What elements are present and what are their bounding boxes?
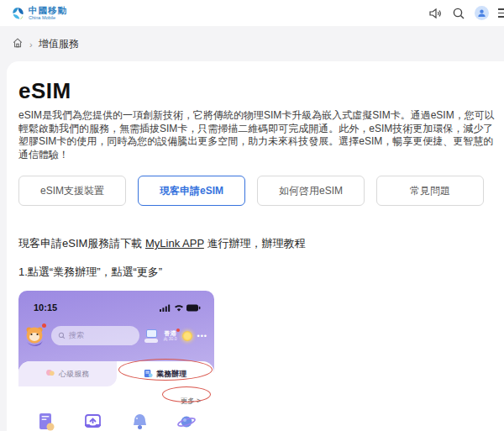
phone-sheet: 心級服務 業務辦理 更多 > [18, 361, 214, 431]
wifi-icon [174, 300, 184, 315]
battery-icon [186, 300, 201, 315]
user-avatar[interactable] [475, 6, 489, 20]
mylink-app-link[interactable]: MyLink APP [145, 237, 204, 250]
weather-temp: 高 30.0 [163, 337, 176, 341]
weather-widget: 香港 高 30.0 [163, 330, 176, 341]
mylink-app-screenshot: 10:15 [18, 291, 214, 431]
weather-city: 香港 [164, 330, 176, 336]
china-mobile-logo[interactable]: 中國移動 China Mobile [11, 6, 67, 21]
menu-icon[interactable] [498, 8, 504, 18]
tab-activate-esim[interactable]: 如何啓用eSIM [257, 176, 365, 206]
grid-item: 服務計劃 升級續約 [24, 412, 70, 431]
instruction-line: 現客申請eSIM服務請下載 MyLink APP 進行辦理，辦理教程 [18, 236, 496, 251]
grid-item: 申請增值 服務 [70, 412, 116, 431]
phone-tab-label: 業務辦理 [156, 369, 186, 380]
tab-esim-devices[interactable]: eSIM支援裝置 [18, 176, 126, 206]
step-1-text: 1.點選“業務辦理”，點選“更多” [18, 265, 496, 280]
signal-icon [160, 300, 171, 315]
home-icon[interactable] [12, 37, 24, 51]
more-link: 更多 > [181, 397, 201, 405]
breadcrumb-separator: › [29, 39, 33, 50]
logo-title: 中國移動 [29, 6, 67, 15]
instruction-suffix: 進行辦理，辦理教程 [204, 237, 306, 250]
logo-subtitle: China Mobile [29, 16, 67, 21]
phone-tab-business: 業務辦理 [117, 361, 215, 386]
business-icon [144, 369, 153, 380]
tab-apply-esim[interactable]: 現客申請eSIM [138, 176, 245, 206]
announcement-icon[interactable] [428, 6, 442, 20]
more-dots-icon: ••• [197, 332, 207, 340]
page-title: eSIM [18, 78, 496, 104]
page-description: eSIM是我們為您提供的一項創新技術，它將傳統的物理SIM卡升級為嵌入式虛擬SI… [18, 109, 496, 161]
top-header: 中國移動 China Mobile [0, 0, 504, 26]
esim-tab-row: eSIM支援裝置 現客申請eSIM 如何啓用eSIM 常見問題 [18, 176, 496, 206]
mini-app-icon [144, 329, 158, 343]
grid-item: 國際漫遊 [163, 412, 209, 431]
more-row: 更多 > [18, 386, 214, 408]
planet-icon [176, 412, 197, 431]
phone-search-bar: 搜索 [51, 326, 139, 345]
main-content-card: eSIM eSIM是我們為您提供的一項創新技術，它將傳統的物理SIM卡升級為嵌入… [7, 61, 504, 431]
phone-header-row: 搜索 香港 高 30.0 ••• [18, 324, 214, 347]
grid-item: 視頻接駁 鈴聲 [117, 412, 163, 431]
phone-status-bar: 10:15 [18, 291, 214, 315]
breadcrumb: › 增值服務 [0, 26, 504, 61]
service-grid: 服務計劃 升級續約 申請增值 服務 [18, 408, 214, 431]
tab-faq[interactable]: 常見問題 [376, 176, 484, 206]
breadcrumb-item[interactable]: 增值服務 [39, 37, 79, 51]
phone-tab-label: 心級服務 [59, 369, 89, 380]
bell-icon [129, 412, 150, 431]
china-mobile-swirl-icon [11, 6, 25, 20]
sun-icon [182, 331, 192, 341]
heart-icon [45, 369, 55, 379]
phone-search-placeholder: 搜索 [69, 330, 84, 341]
mascot-icon [24, 324, 46, 347]
instruction-prefix: 現客申請eSIM服務請下載 [18, 237, 145, 250]
plan-upgrade-icon [36, 412, 57, 431]
search-icon[interactable] [451, 6, 465, 20]
status-time: 10:15 [34, 302, 57, 313]
phone-tab-heart-services: 心級服務 [18, 361, 117, 386]
inbox-arrow-icon [82, 412, 103, 431]
